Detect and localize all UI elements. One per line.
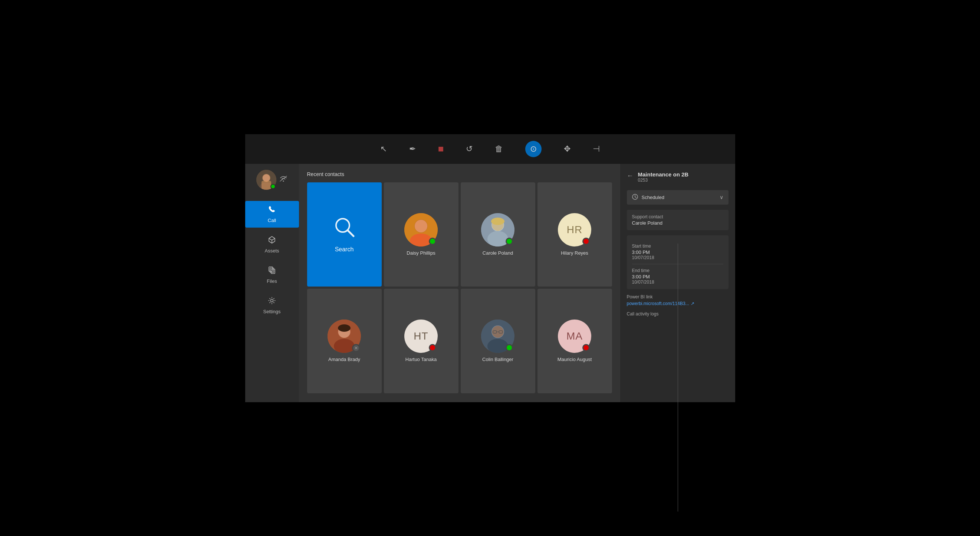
contact-name-colin: Colin Ballinger — [482, 357, 513, 362]
support-contact-label: Support contact — [632, 214, 723, 219]
search-label: Search — [335, 246, 354, 253]
mauricio-status — [582, 344, 590, 351]
sidebar-item-assets[interactable]: Assets — [245, 231, 299, 258]
clock-icon — [632, 194, 638, 201]
svg-point-3 — [262, 174, 270, 182]
avatar-status — [270, 184, 275, 189]
sidebar: Call Assets — [245, 164, 299, 402]
svg-rect-8 — [270, 268, 274, 273]
cut-icon[interactable]: ↖ — [380, 144, 387, 154]
undo-icon[interactable]: ↺ — [466, 144, 473, 154]
svg-line-5 — [280, 176, 287, 181]
hilary-status — [582, 238, 590, 245]
call-icon — [268, 205, 276, 216]
contact-name-hilary: Hilary Reyes — [561, 250, 588, 256]
time-section: Start time 3:00 PM 10/07/2018 End time 3… — [627, 235, 729, 289]
wifi-icon — [279, 175, 288, 184]
sidebar-item-files[interactable]: Files — [245, 262, 299, 289]
sidebar-item-assets-label: Assets — [264, 248, 279, 254]
pen-icon[interactable]: ✒ — [409, 144, 416, 154]
colin-status — [506, 344, 513, 351]
status-dropdown[interactable]: Scheduled ∨ — [627, 190, 729, 205]
contact-name-amanda: Amanda Brady — [328, 357, 360, 362]
contact-card-hartuo-tanaka[interactable]: HT Hartuo Tanaka — [384, 289, 458, 393]
hilary-initials: HR — [567, 224, 582, 236]
contact-card-hilary-reyes[interactable]: HR Hilary Reyes — [538, 182, 612, 287]
mauricio-initials: MA — [566, 330, 583, 342]
move-icon[interactable]: ✥ — [564, 144, 571, 154]
panel-header: ← Maintenance on 2B 0253 — [627, 171, 729, 183]
daisy-status — [429, 238, 436, 245]
support-contact-section: Support contact Carole Poland — [627, 210, 729, 230]
status-label: Scheduled — [642, 195, 664, 200]
settings-icon — [268, 297, 276, 306]
contacts-grid: Search — [307, 182, 612, 393]
avatar[interactable] — [256, 170, 276, 190]
carole-status — [506, 238, 513, 245]
sidebar-item-files-label: Files — [267, 278, 277, 284]
start-date: 10/07/2018 — [632, 255, 673, 260]
settings-circle-icon[interactable]: ⊙ — [525, 141, 542, 157]
svg-point-19 — [487, 231, 508, 246]
contact-name-carole: Carole Poland — [482, 250, 513, 256]
right-panel: ← Maintenance on 2B 0253 Scheduled — [620, 164, 735, 402]
avatar-section — [256, 170, 288, 190]
contact-card-daisy-phillips[interactable]: Daisy Phillips — [384, 182, 458, 287]
svg-point-21 — [491, 217, 504, 225]
stop-icon[interactable]: ■ — [438, 143, 444, 155]
toolbar: ↖ ✒ ■ ↺ 🗑 ⊙ ✥ ⊣ — [245, 134, 735, 164]
svg-point-16 — [415, 220, 427, 232]
contact-card-amanda-brady[interactable]: ✕ Amanda Brady — [307, 289, 382, 393]
sidebar-item-call[interactable]: Call — [245, 201, 299, 228]
section-title: Recent contacts — [307, 171, 612, 177]
contact-card-colin-ballinger[interactable]: Colin Ballinger — [461, 289, 535, 393]
main-area: Call Assets — [245, 164, 735, 402]
hartuo-initials: HT — [414, 330, 428, 342]
sidebar-item-call-label: Call — [268, 217, 276, 223]
content-area: Recent contacts Search — [299, 164, 620, 402]
contact-name-mauricio: Mauricio August — [557, 357, 592, 362]
contact-name-daisy: Daisy Phillips — [407, 250, 435, 256]
sidebar-item-settings-label: Settings — [263, 309, 281, 314]
amanda-status: ✕ — [352, 344, 360, 352]
contact-card-carole-poland[interactable]: Carole Poland — [461, 182, 535, 287]
svg-point-10 — [271, 299, 274, 302]
assets-icon — [268, 236, 276, 246]
svg-point-26 — [338, 324, 350, 332]
files-icon — [268, 266, 276, 276]
contact-name-hartuo: Hartuo Tanaka — [406, 357, 437, 362]
search-icon — [333, 216, 355, 243]
sidebar-item-settings[interactable]: Settings — [245, 292, 299, 319]
svg-rect-4 — [261, 181, 271, 190]
delete-icon[interactable]: 🗑 — [495, 144, 503, 154]
start-time: 3:00 PM — [632, 249, 673, 255]
support-contact-value: Carole Poland — [632, 220, 723, 226]
svg-line-12 — [348, 230, 353, 236]
panel-subtitle: 0253 — [638, 178, 689, 183]
panel-title: Maintenance on 2B — [638, 171, 689, 178]
back-button[interactable]: ← — [627, 172, 633, 180]
start-time-label: Start time — [632, 244, 673, 249]
contact-card-mauricio-august[interactable]: MA Mauricio August — [538, 289, 612, 393]
chevron-down-icon: ∨ — [720, 194, 723, 200]
external-link-icon: ↗ — [690, 301, 694, 306]
hartuo-status — [429, 344, 436, 351]
search-card[interactable]: Search — [307, 182, 382, 287]
pin-icon[interactable]: ⊣ — [593, 144, 600, 154]
